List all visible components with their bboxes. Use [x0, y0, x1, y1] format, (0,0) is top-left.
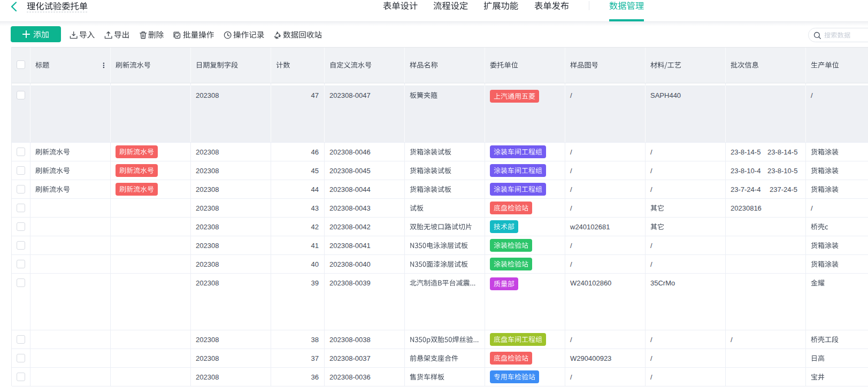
svg-text:45: 45: [311, 167, 319, 175]
svg-text:202308: 202308: [196, 279, 219, 287]
svg-text:/: /: [650, 242, 652, 250]
svg-text:/: /: [811, 91, 813, 99]
svg-text:23-8-14-5: 23-8-14-5: [767, 148, 797, 156]
svg-text:/: /: [570, 185, 572, 194]
svg-text:W290400923: W290400923: [570, 354, 611, 362]
svg-text:/: /: [570, 91, 572, 99]
svg-text:/: /: [650, 336, 652, 344]
svg-text:37: 37: [311, 354, 319, 362]
svg-text:202308: 202308: [196, 167, 219, 175]
svg-text:42: 42: [311, 223, 319, 231]
svg-text:/: /: [570, 148, 572, 156]
svg-text:202308-0042: 202308-0042: [329, 223, 371, 231]
svg-text:/: /: [650, 354, 652, 362]
svg-text:202308: 202308: [196, 373, 219, 381]
svg-text:/: /: [570, 204, 572, 212]
svg-text:202308-0036: 202308-0036: [329, 373, 371, 381]
svg-text:202308: 202308: [196, 354, 219, 362]
svg-text:23-7-24-4: 23-7-24-4: [731, 185, 761, 194]
svg-text:23-8-10-4: 23-8-10-4: [731, 167, 761, 175]
svg-text:/: /: [650, 373, 652, 381]
svg-text:SAPH440: SAPH440: [650, 91, 681, 99]
svg-text:W240102860: W240102860: [570, 279, 611, 287]
svg-text:43: 43: [311, 204, 319, 212]
svg-text:/: /: [650, 260, 652, 268]
svg-text:237-24-5: 237-24-5: [770, 185, 797, 194]
svg-text:202308: 202308: [196, 91, 219, 99]
svg-text:/: /: [731, 336, 733, 344]
svg-text:202308: 202308: [196, 242, 219, 250]
svg-text:44: 44: [311, 185, 319, 194]
svg-text:23-8-10-5: 23-8-10-5: [767, 167, 797, 175]
svg-text:202308: 202308: [196, 148, 219, 156]
svg-text:/: /: [570, 260, 572, 268]
svg-text:202308-0043: 202308-0043: [329, 204, 371, 212]
svg-text:202308-0046: 202308-0046: [329, 148, 371, 156]
svg-text:23-8-14-5: 23-8-14-5: [731, 148, 761, 156]
svg-text:/: /: [650, 185, 652, 194]
svg-text:46: 46: [311, 148, 319, 156]
svg-text:/: /: [650, 148, 652, 156]
svg-text:202308-0039: 202308-0039: [329, 279, 371, 287]
svg-text:/: /: [650, 167, 652, 175]
svg-text:20230816: 20230816: [731, 204, 762, 212]
svg-text:35CrMo: 35CrMo: [650, 279, 675, 287]
svg-text:202308-0044: 202308-0044: [329, 185, 371, 194]
svg-text:39: 39: [311, 279, 319, 287]
svg-text:w240102681: w240102681: [570, 223, 610, 231]
svg-text:/: /: [570, 242, 572, 250]
svg-text:202308-0040: 202308-0040: [329, 260, 371, 268]
svg-text:202308: 202308: [196, 185, 219, 194]
svg-text:/: /: [811, 204, 813, 212]
svg-text:202308: 202308: [196, 260, 219, 268]
svg-text:202308-0047: 202308-0047: [329, 91, 371, 99]
svg-text:47: 47: [311, 91, 319, 99]
svg-text:202308-0038: 202308-0038: [329, 336, 371, 344]
svg-text:202308: 202308: [196, 204, 219, 212]
svg-text:202308-0045: 202308-0045: [329, 167, 371, 175]
svg-text:40: 40: [311, 260, 319, 268]
svg-text:/: /: [570, 373, 572, 381]
svg-text:/: /: [570, 167, 572, 175]
svg-text:202308-0037: 202308-0037: [329, 354, 371, 362]
svg-text:/: /: [570, 336, 572, 344]
svg-text:202308: 202308: [196, 223, 219, 231]
svg-text:202308-0041: 202308-0041: [329, 242, 371, 250]
svg-text:36: 36: [311, 373, 319, 381]
svg-text:41: 41: [311, 242, 319, 250]
svg-text:202308: 202308: [196, 336, 219, 344]
svg-text:38: 38: [311, 336, 319, 344]
